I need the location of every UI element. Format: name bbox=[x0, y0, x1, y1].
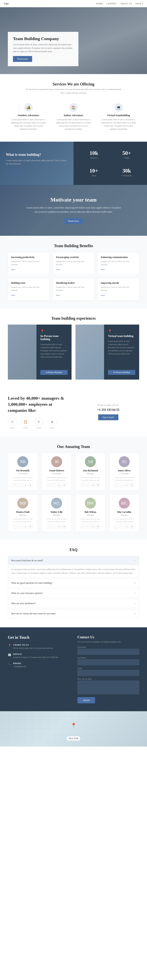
team-card-0: NR Nat Reynolds Co-Founder Lorem ipsum d… bbox=[8, 453, 38, 490]
loved-button[interactable]: Get in touch bbox=[98, 414, 119, 420]
benefits-title: Team Building Benefits bbox=[8, 243, 139, 248]
social-icon-6-1[interactable]: t bbox=[86, 525, 90, 528]
stat-label-1: Team bbox=[112, 157, 141, 159]
team-avatar-5: WL bbox=[51, 498, 62, 509]
team-avatar-6: BW bbox=[85, 498, 96, 509]
social-icon-3-2[interactable]: in bbox=[125, 483, 129, 487]
service-icon-1: 🏠 bbox=[69, 103, 78, 112]
social-icon-3-1[interactable]: t bbox=[120, 483, 124, 487]
social-icon-2-0[interactable]: f bbox=[81, 483, 85, 487]
social-icon-2-3[interactable]: ⊕ bbox=[96, 483, 100, 487]
exp-button-1[interactable]: In-Person Activities bbox=[108, 370, 135, 375]
faq-question-1[interactable]: What are good questions for team buildin… bbox=[8, 579, 139, 587]
contact-info-icon-2: 📞 bbox=[8, 662, 11, 666]
submit-button[interactable]: Submit bbox=[77, 697, 95, 703]
social-icon-6-2[interactable]: in bbox=[91, 525, 95, 528]
team-role-6: Manager bbox=[78, 514, 103, 516]
social-icon-7-3[interactable]: ⊕ bbox=[130, 525, 134, 528]
exp-img-0 bbox=[8, 325, 36, 380]
exp-button-0[interactable]: In-Person Activities bbox=[40, 370, 68, 375]
benefit-desc-5: Sample text. Click to select the Text El… bbox=[101, 286, 136, 292]
social-icon-5-0[interactable]: f bbox=[47, 525, 51, 528]
benefit-more-3[interactable]: more bbox=[11, 294, 15, 296]
email-input[interactable] bbox=[77, 670, 139, 676]
benefits-grid: Increasing productivitySample text. Clic… bbox=[8, 252, 139, 301]
hero-card: Team Building Company Lorem ipsum dolor … bbox=[8, 32, 78, 66]
benefit-more-4[interactable]: more bbox=[56, 294, 60, 296]
faq-question-3[interactable]: Who are your facilitators? + bbox=[8, 599, 139, 608]
team-avatar-0: NR bbox=[17, 456, 28, 467]
motivate-section: Motivate your team Lorem ipsum dolor sit… bbox=[0, 185, 147, 236]
team-role-3: Co-Founder bbox=[112, 473, 137, 475]
nav-about[interactable]: ABOUT US bbox=[120, 2, 132, 5]
nav-page4[interactable]: PAGE 4 bbox=[136, 2, 143, 5]
social-icon-5-2[interactable]: in bbox=[57, 525, 61, 528]
team-name-4: Monica Pouli bbox=[10, 511, 35, 514]
social-icon-4-1[interactable]: t bbox=[18, 525, 22, 528]
exp-desc-0: Lorem ipsum dolor sit amet consectetur a… bbox=[40, 343, 68, 359]
stat-num-1: 50+ bbox=[112, 150, 141, 156]
contact-info-text-1: Creek View Street 27, Aveniue New York, … bbox=[13, 656, 58, 659]
motivate-button[interactable]: Read more bbox=[64, 218, 83, 224]
social-icon-4-2[interactable]: in bbox=[23, 525, 27, 528]
social-icon-5-3[interactable]: ⊕ bbox=[62, 525, 66, 528]
benefit-card-0: Increasing productivitySample text. Clic… bbox=[8, 252, 50, 275]
benefit-more-1[interactable]: more bbox=[56, 268, 60, 270]
nav-links: HOME LANDING ABOUT US PAGE 4 bbox=[96, 2, 143, 5]
hero-cta-button[interactable]: Read more bbox=[13, 56, 32, 62]
social-icon-2-1[interactable]: t bbox=[86, 483, 90, 487]
social-icon-7-2[interactable]: in bbox=[125, 525, 129, 528]
social-icon-4-3[interactable]: ⊕ bbox=[28, 525, 32, 528]
social-icon-7-1[interactable]: t bbox=[120, 525, 124, 528]
social-icon-3-0[interactable]: f bbox=[115, 483, 119, 487]
nav-home[interactable]: HOME bbox=[96, 2, 103, 5]
social-icon-0-3[interactable]: ⊕ bbox=[28, 483, 32, 487]
team-avatar-3: JO bbox=[119, 456, 130, 467]
contact-right-title: Contact Us bbox=[77, 635, 139, 639]
benefit-more-2[interactable]: more bbox=[101, 268, 105, 270]
stats-button[interactable]: Read more bbox=[6, 169, 23, 174]
social-icon-1-0[interactable]: f bbox=[47, 483, 51, 487]
team-desc-5: Lorem ipsum dolor sit amet consectetur a… bbox=[44, 518, 69, 523]
faq-question-4[interactable]: How do we choose the best event for our … bbox=[8, 609, 139, 618]
nav-landing[interactable]: LANDING bbox=[106, 2, 117, 5]
social-icon-0-2[interactable]: in bbox=[23, 483, 27, 487]
benefit-more-5[interactable]: more bbox=[101, 294, 105, 296]
faq-toggle-4: + bbox=[134, 612, 136, 615]
faq-item-1: What are good questions for team buildin… bbox=[8, 579, 139, 588]
team-avatar-4: MP bbox=[17, 498, 28, 509]
stats-description: Lorem ipsum dolor sit amet consectetur a… bbox=[6, 159, 68, 165]
social-icon-0-0[interactable]: f bbox=[13, 483, 17, 487]
team-card-6: BW Bob Wilson Manager Lorem ipsum dolor … bbox=[76, 494, 106, 532]
social-icon-6-3[interactable]: ⊕ bbox=[96, 525, 100, 528]
social-icon-5-1[interactable]: t bbox=[52, 525, 56, 528]
social-icon-0-1[interactable]: t bbox=[18, 483, 22, 487]
message-input[interactable] bbox=[77, 681, 139, 694]
first-name-input[interactable] bbox=[77, 649, 139, 655]
faq-question-2[interactable]: What are your insurance options? + bbox=[8, 589, 139, 598]
social-icon-1-2[interactable]: in bbox=[57, 483, 61, 487]
social-icons-2: ftin⊕ bbox=[78, 483, 103, 487]
social-icon-4-0[interactable]: f bbox=[13, 525, 17, 528]
faq-question-0[interactable]: How much lead time do we need? − bbox=[8, 556, 139, 565]
team-name-7: Mia Carvalho bbox=[112, 511, 137, 514]
social-icon-1-3[interactable]: ⊕ bbox=[62, 483, 66, 487]
experiences-title: Team building experiences bbox=[8, 316, 139, 321]
benefit-more-0[interactable]: more bbox=[11, 268, 15, 270]
map-label: New York bbox=[67, 736, 81, 741]
benefit-card-3: Building trustSample text. Click to sele… bbox=[8, 278, 50, 301]
social-icon-1-1[interactable]: t bbox=[52, 483, 56, 487]
social-icon-3-3[interactable]: ⊕ bbox=[130, 483, 134, 487]
last-name-input[interactable] bbox=[77, 659, 139, 665]
service-icon-0: 🏕️ bbox=[24, 103, 33, 112]
contact-info-text-0: We are always open and we welcome and he… bbox=[13, 647, 54, 650]
map-section: 📍 New York bbox=[0, 711, 147, 746]
social-icon-6-0[interactable]: f bbox=[81, 525, 85, 528]
team-section: Our Amazing Team NR Nat Reynolds Co-Foun… bbox=[0, 437, 147, 540]
navigation: logo HOME LANDING ABOUT US PAGE 4 bbox=[0, 0, 147, 7]
stat-label-0: Projects bbox=[79, 157, 108, 159]
social-icon-7-0[interactable]: f bbox=[115, 525, 119, 528]
social-icon-2-2[interactable]: in bbox=[91, 483, 95, 487]
contact-right-subtitle: You can reach us anytime via info@compan… bbox=[77, 641, 139, 643]
benefit-card-1: Encouraging creativitySample text. Click… bbox=[53, 252, 95, 275]
